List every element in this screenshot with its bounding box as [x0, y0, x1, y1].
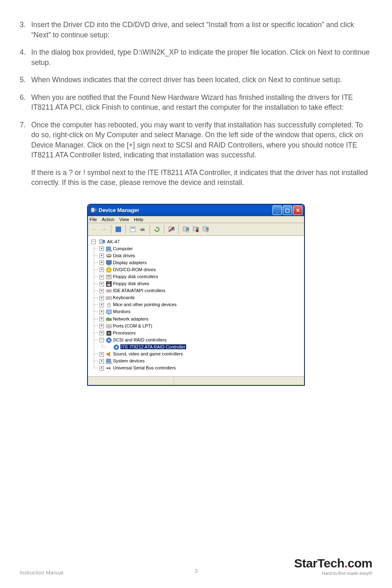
node-label: ITE IT8212 ATA RAID Controller	[120, 344, 186, 349]
dvd-icon	[106, 267, 112, 273]
close-button[interactable]: ✕	[293, 205, 302, 215]
properties-icon[interactable]	[129, 226, 136, 233]
step-6: 6.When you are notified that the Found N…	[20, 92, 372, 113]
svg-rect-40	[141, 227, 144, 228]
tree-node[interactable]: +Display adapters	[99, 259, 302, 266]
footer-left: Instruction Manual	[20, 570, 63, 576]
keyboard-icon	[106, 295, 112, 301]
tree-node[interactable]: ITE IT8212 ATA RAID Controller	[108, 344, 302, 350]
node-label: Floppy disk drives	[113, 281, 149, 286]
node-label: Computer	[113, 246, 133, 251]
expand-icon[interactable]: +	[99, 275, 104, 279]
floppy-icon	[106, 281, 112, 287]
tree-node[interactable]: +Keyboards	[99, 294, 302, 301]
tree-node[interactable]: +IDE ATA/ATAPI controllers	[99, 287, 302, 294]
back-icon[interactable]: ←	[90, 226, 98, 233]
menubar[interactable]: File Action View Help	[88, 216, 304, 223]
uninstall-icon[interactable]	[168, 226, 175, 233]
expand-icon[interactable]: +	[99, 254, 104, 258]
maximize-button[interactable]: ▢	[283, 205, 292, 215]
instruction-steps: 3.Insert the Driver CD into the CD/DVD d…	[20, 20, 372, 160]
expand-icon[interactable]: +	[99, 282, 104, 286]
tree-node[interactable]: +Monitors	[99, 308, 302, 315]
ports-icon	[106, 323, 112, 330]
tree-node[interactable]: +Mice and other pointing devices	[99, 301, 302, 308]
expand-icon[interactable]: +	[99, 247, 104, 251]
expand-icon[interactable]: +	[99, 303, 104, 307]
menu-view[interactable]: View	[119, 217, 129, 222]
print-icon[interactable]	[139, 226, 146, 233]
disk-icon	[106, 253, 112, 259]
logo: StarTech.com Hard-to-find made easy®	[294, 556, 372, 576]
svg-rect-38	[131, 228, 134, 228]
node-label: IDE ATA/ATAPI controllers	[113, 288, 166, 293]
tree-node[interactable]: +Disk drives	[99, 252, 302, 259]
node-label: SCSI and RAID controllers	[113, 337, 166, 342]
tree-node[interactable]: +DVD/CD-ROM drives	[99, 266, 302, 273]
tree-node[interactable]: +Computer	[99, 245, 302, 252]
ide-icon	[106, 288, 112, 294]
svg-rect-36	[116, 227, 121, 232]
svg-point-42	[196, 230, 198, 232]
node-label: DVD/CD-ROM drives	[113, 267, 156, 272]
expand-icon[interactable]: +	[99, 289, 104, 293]
step-4: 4.In the dialog box provided, type D:\WI…	[20, 47, 372, 67]
node-label: Network adapters	[113, 316, 148, 321]
forward-icon[interactable]: →	[100, 226, 108, 233]
step-3: 3.Insert the Driver CD into the CD/DVD d…	[20, 20, 372, 40]
floppyctrl-icon	[106, 274, 112, 280]
expand-icon[interactable]: +	[99, 267, 104, 272]
usb-icon	[106, 365, 112, 371]
expand-icon[interactable]: –	[99, 338, 104, 342]
menu-action[interactable]: Action	[102, 217, 115, 222]
toolbar: ← →	[88, 223, 304, 236]
network-icon	[106, 316, 112, 323]
update-icon[interactable]	[202, 226, 209, 233]
monitor-icon	[106, 309, 112, 316]
svg-rect-37	[130, 227, 135, 232]
expand-icon[interactable]: +	[99, 359, 104, 364]
node-label: Display adapters	[113, 260, 147, 265]
collapse-icon[interactable]: –	[91, 240, 96, 244]
window-title: Device Manager	[99, 207, 272, 213]
tree-node[interactable]: +Floppy disk drives	[99, 280, 302, 287]
tree-node[interactable]: +Ports (COM & LPT)	[99, 323, 302, 330]
tree-node[interactable]: +Network adapters	[99, 316, 302, 323]
tree-node[interactable]: +Universal Serial Bus controllers	[99, 364, 302, 371]
view-icon[interactable]	[115, 226, 122, 233]
minimize-button[interactable]: _	[272, 205, 282, 215]
tree-node[interactable]: +Floppy disk controllers	[99, 273, 302, 280]
disable-icon[interactable]	[192, 226, 199, 233]
node-label: System devices	[113, 358, 145, 363]
svg-rect-39	[141, 228, 145, 231]
page-footer: Instruction Manual 3 StarTech.com Hard-t…	[20, 556, 372, 576]
node-label: Processors	[113, 330, 136, 335]
expand-icon[interactable]: +	[99, 366, 104, 371]
tree-node[interactable]: +Sound, video and game controllers	[99, 350, 302, 357]
titlebar[interactable]: Device Manager _ ▢ ✕	[88, 205, 304, 216]
menu-file[interactable]: File	[90, 217, 97, 222]
node-label: Floppy disk controllers	[113, 274, 158, 279]
node-label: Sound, video and game controllers	[113, 351, 183, 356]
node-label: Universal Serial Bus controllers	[113, 365, 176, 370]
menu-help[interactable]: Help	[134, 217, 143, 222]
expand-icon[interactable]: +	[99, 324, 104, 328]
expand-icon[interactable]: +	[99, 317, 104, 321]
expand-icon[interactable]: +	[99, 310, 104, 314]
expand-icon[interactable]: +	[99, 352, 104, 357]
mouse-icon	[106, 302, 112, 308]
expand-icon[interactable]: +	[99, 261, 104, 265]
scan-icon[interactable]	[182, 226, 189, 233]
app-icon	[90, 207, 97, 214]
root-label: AK-47	[107, 239, 120, 244]
tree-root-node[interactable]: – AK-47 +Computer+Disk drives+Display ad…	[90, 238, 302, 372]
statusbar	[88, 376, 304, 385]
device-tree[interactable]: – AK-47 +Computer+Disk drives+Display ad…	[88, 236, 304, 376]
tree-node[interactable]: –SCSI and RAID controllersITE IT8212 ATA…	[99, 337, 302, 350]
expand-icon[interactable]: +	[99, 331, 104, 335]
expand-icon[interactable]: +	[99, 296, 104, 300]
scsi-icon	[106, 337, 112, 344]
refresh-icon[interactable]	[153, 226, 161, 233]
tree-node[interactable]: +Processors	[99, 330, 302, 337]
tree-node[interactable]: +System devices	[99, 357, 302, 364]
